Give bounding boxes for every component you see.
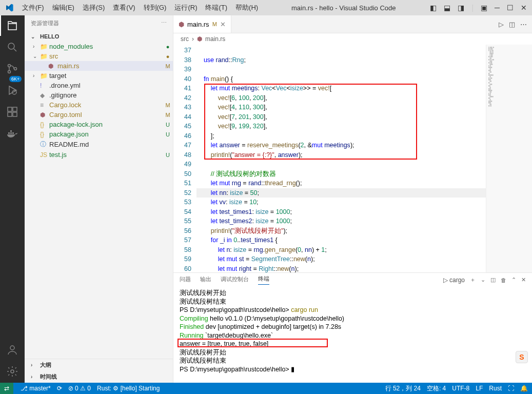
search-icon[interactable] [6,41,18,53]
maximize-panel-icon[interactable]: ⌃ [511,277,516,283]
menu-item[interactable]: 终端(T) [201,3,231,12]
sidebar-more-icon[interactable]: ⋯ [161,19,167,27]
file-main.rs[interactable]: ⬢main.rsM [25,61,173,71]
editor-group: ⬢ main.rs M ✕ ▷ ◫ ⋯ src› ⬢main.rs 373839… [173,15,532,383]
git-branch[interactable]: ⎇ master* [21,385,51,392]
file-Cargo.lock[interactable]: ≡Cargo.lockM [25,100,173,110]
tab-close-icon[interactable]: ✕ [220,21,226,28]
svg-rect-11 [12,132,14,134]
svg-rect-6 [8,112,12,116]
file-README.md[interactable]: ⓘREADME.md [25,139,173,150]
menu-item[interactable]: 编辑(E) [48,3,78,12]
feedback-icon[interactable]: ⛶ [508,385,514,392]
accounts-icon[interactable] [6,344,18,356]
panel-tab-问题[interactable]: 问题 [180,275,191,285]
layout-right-icon[interactable]: ◨ [458,4,464,12]
language-mode[interactable]: Rust [489,385,502,392]
menu-item[interactable]: 文件(F) [18,3,48,12]
close-button[interactable]: ✕ [521,4,527,12]
file-target[interactable]: ›📁target [25,71,173,81]
remote-indicator[interactable]: ⇄ [0,383,13,394]
split-terminal-icon[interactable]: ◫ [490,277,496,283]
rust-analyzer-status[interactable]: Rust: ⚙ [hello] Starting [97,385,160,392]
maximize-button[interactable]: ☐ [507,4,514,12]
docker-icon[interactable] [6,127,18,140]
svg-point-13 [10,346,14,350]
eol[interactable]: LF [476,385,483,392]
scm-badge: 6K+ [9,76,22,82]
window-title: main.rs - hello - Visual Studio Code [262,4,425,12]
file-Cargo.toml[interactable]: ⬢Cargo.tomlM [25,110,173,120]
file-tree: ›📁node_modules●⌄📁src●⬢main.rsM›📁target!.… [25,42,173,359]
svg-rect-9 [8,132,10,134]
minimap[interactable]: █ ████ ████ █████ ██ ███ ███ ██ ██████ █… [486,45,532,272]
file-src[interactable]: ⌄📁src● [25,51,173,61]
file-package-lock.json[interactable]: {}package-lock.jsonU [25,120,173,129]
svg-point-1 [8,65,11,67]
run-debug-icon[interactable] [6,84,18,96]
outline-section[interactable]: ›大纲 [25,359,173,371]
code-editor[interactable]: use rand::Rng; fn main() { let mut meeti… [196,45,486,272]
svg-point-14 [11,370,14,373]
ime-indicator[interactable]: S [516,351,528,363]
split-editor-icon[interactable]: ◫ [509,21,515,28]
svg-rect-7 [13,112,17,116]
rust-file-icon: ⬢ [179,21,184,28]
vscode-logo-icon [0,4,18,12]
new-terminal-icon[interactable]: ＋ [470,276,476,284]
line-gutter: 3738394041424344454647484950515253545556… [173,45,196,272]
tab-label: main.rs [187,21,209,28]
breadcrumb[interactable]: src› ⬢main.rs [173,33,532,45]
terminal-output[interactable]: 测试线段树开始测试线段树结束PS D:\mysetup\gopath\rustc… [173,287,532,383]
folder-root[interactable]: ⌄HELLO [25,31,173,42]
terminal-dropdown-icon[interactable]: ⌄ [481,277,485,283]
svg-rect-10 [10,132,12,134]
svg-point-2 [8,71,11,73]
tab-status: M [212,21,217,27]
source-control-icon[interactable] [6,63,18,75]
extensions-icon[interactable] [6,106,18,118]
panel-tab-调试控制台[interactable]: 调试控制台 [221,275,249,285]
close-panel-icon[interactable]: ✕ [521,277,526,283]
svg-point-3 [14,68,17,70]
editor-tabs: ⬢ main.rs M ✕ ▷ ◫ ⋯ [173,15,532,33]
bottom-panel: 问题输出调试控制台终端 ▷ cargo ＋ ⌄ ◫ 🗑 ⌃ ✕ 测试线段树开始测… [173,272,532,383]
menu-bar: 文件(F)编辑(E)选择(S)查看(V)转到(G)运行(R)终端(T)帮助(H) [18,3,262,12]
file-.drone.yml[interactable]: !.drone.yml [25,81,173,90]
svg-rect-8 [13,107,17,111]
run-code-icon[interactable]: ▷ [499,21,504,28]
indentation[interactable]: 空格: 4 [427,384,446,393]
more-actions-icon[interactable]: ⋯ [520,21,527,28]
notifications-icon[interactable]: 🔔 [520,385,528,392]
explorer-sidebar: 资源管理器 ⋯ ⌄HELLO ›📁node_modules●⌄📁src●⬢mai… [25,15,173,383]
svg-rect-5 [8,107,12,111]
minimize-button[interactable]: ─ [495,4,500,12]
file-node_modules[interactable]: ›📁node_modules● [25,42,173,51]
problems-status[interactable]: ⊘ 0 ⚠ 0 [68,385,91,392]
explorer-icon[interactable] [6,19,18,32]
file-test.js[interactable]: JStest.jsU [25,150,173,160]
panel-tab-输出[interactable]: 输出 [200,275,211,285]
panel-tab-终端[interactable]: 终端 [258,275,269,285]
activity-bar: 6K+ [0,15,25,383]
file-.gitignore[interactable]: ◆.gitignore [25,90,173,100]
menu-item[interactable]: 选择(S) [78,3,109,12]
file-package.json[interactable]: {}package.jsonU [25,129,173,139]
menu-item[interactable]: 运行(R) [170,3,201,12]
layout-left-icon[interactable]: ◧ [430,4,437,12]
settings-gear-icon[interactable] [6,365,18,378]
svg-point-0 [8,43,14,49]
layout-customize-icon[interactable]: ▣ [481,4,487,12]
layout-bottom-icon[interactable]: ⬓ [444,4,450,12]
title-bar: 文件(F)编辑(E)选择(S)查看(V)转到(G)运行(R)终端(T)帮助(H)… [0,0,532,15]
menu-item[interactable]: 查看(V) [109,3,139,12]
tab-main-rs[interactable]: ⬢ main.rs M ✕ [173,15,231,33]
status-bar: ⇄ ⎇ master* ⟳ ⊘ 0 ⚠ 0 Rust: ⚙ [hello] St… [0,383,532,394]
cursor-position[interactable]: 行 52，列 24 [385,384,421,393]
kill-terminal-icon[interactable]: 🗑 [501,277,506,283]
sync-icon[interactable]: ⟳ [57,385,62,392]
menu-item[interactable]: 转到(G) [140,3,171,12]
encoding[interactable]: UTF-8 [452,385,469,392]
menu-item[interactable]: 帮助(H) [231,3,262,12]
outline-section[interactable]: ›时间线 [25,371,173,383]
